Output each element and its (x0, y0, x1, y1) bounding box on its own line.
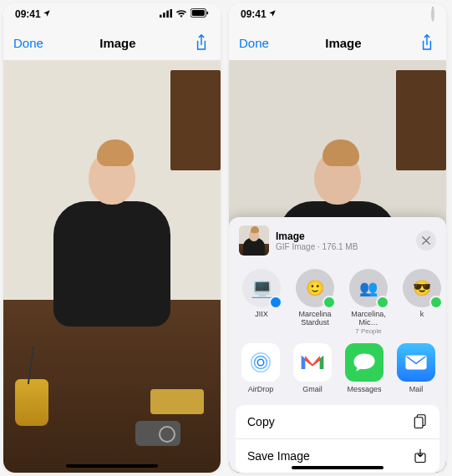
svg-rect-1 (163, 13, 165, 18)
contacts-row[interactable]: 💻 JIIX 🙂 Marcelina Stardust 👥 Marcelina,… (229, 264, 446, 338)
contact-label: JIIX (239, 311, 284, 319)
nav-bar: Done Image (229, 25, 446, 60)
app-label: Gmail (291, 385, 334, 393)
phone-right: 09:41 Done Image (229, 3, 446, 473)
contact-item[interactable]: 👥 Marcelina, Mic… 7 People (346, 269, 391, 335)
status-bar: 09:41 (229, 3, 446, 25)
app-messages[interactable]: Messages (343, 343, 386, 393)
avatar: 🙂 (296, 269, 334, 307)
contact-item[interactable]: 😎 k (399, 269, 444, 335)
app-label: AirDrop (239, 385, 282, 393)
status-time: 09:41 (241, 8, 267, 20)
svg-rect-6 (206, 12, 208, 14)
home-indicator[interactable] (292, 466, 383, 469)
cellular-signal-icon (160, 8, 172, 20)
status-bar: 09:41 (3, 3, 221, 25)
svg-point-7 (257, 359, 264, 366)
battery-icon (190, 8, 209, 20)
svg-rect-15 (414, 418, 423, 428)
close-button[interactable] (416, 230, 436, 251)
svg-rect-0 (160, 15, 162, 18)
contact-sublabel: 7 People (346, 327, 391, 335)
avatar-group: 👥 (349, 269, 388, 307)
app-mail[interactable]: Mail (394, 343, 438, 393)
app-gmail[interactable]: Gmail (291, 343, 334, 393)
share-sheet-header: Image GIF Image · 176.1 MB (229, 225, 446, 264)
svg-rect-5 (192, 10, 205, 16)
apps-row[interactable]: AirDrop Gmail Messages (229, 338, 446, 397)
phone-left: 09:41 Done Image (3, 3, 221, 473)
done-button[interactable]: Done (239, 36, 269, 50)
contact-item[interactable]: 🙂 Marcelina Stardust (292, 269, 338, 335)
app-label: Messages (343, 385, 386, 393)
app-airdrop[interactable]: AirDrop (239, 343, 282, 393)
contact-label: Marcelina, Mic… (346, 311, 391, 327)
action-label: Copy (247, 415, 275, 428)
action-copy[interactable]: Copy (236, 405, 439, 438)
messages-icon (345, 343, 383, 382)
loading-spinner-icon (431, 8, 434, 20)
gmail-icon (293, 343, 332, 382)
location-arrow-icon (268, 8, 277, 20)
image-content[interactable]: Image GIF Image · 176.1 MB 💻 JIIX 🙂 Marc… (229, 60, 446, 473)
laptop-icon: 💻 (242, 269, 281, 307)
svg-rect-2 (166, 11, 169, 18)
share-button[interactable] (192, 33, 211, 52)
status-time: 09:41 (15, 8, 41, 20)
home-indicator[interactable] (66, 464, 158, 468)
airdrop-icon (241, 343, 280, 382)
actions-list: Copy Save Image (236, 405, 439, 473)
mail-icon (397, 343, 435, 382)
location-arrow-icon (43, 8, 51, 20)
airdrop-badge-icon (269, 296, 282, 309)
save-icon (413, 448, 428, 463)
nav-bar: Done Image (3, 25, 221, 60)
image-content[interactable] (3, 60, 221, 473)
share-title: Image (276, 230, 358, 242)
copy-icon (413, 414, 428, 429)
wifi-icon (175, 8, 187, 20)
svg-point-8 (255, 357, 267, 369)
contact-item[interactable]: 💻 JIIX (239, 269, 284, 335)
page-title: Image (325, 36, 361, 50)
svg-rect-3 (170, 9, 173, 18)
action-label: Save Image (247, 449, 310, 463)
messages-badge-icon (376, 296, 389, 309)
share-button[interactable] (418, 33, 436, 52)
avatar: 😎 (403, 269, 441, 307)
share-thumbnail (239, 225, 269, 256)
messages-badge-icon (322, 296, 336, 309)
share-sheet: Image GIF Image · 176.1 MB 💻 JIIX 🙂 Marc… (229, 217, 446, 473)
contact-label: k (399, 311, 444, 319)
done-button[interactable]: Done (13, 36, 43, 50)
app-label: Mail (394, 385, 438, 393)
contact-label: Marcelina Stardust (292, 311, 338, 327)
page-title: Image (99, 36, 135, 50)
messages-badge-icon (429, 296, 443, 309)
share-subtitle: GIF Image · 176.1 MB (276, 242, 358, 251)
photo (3, 60, 221, 473)
